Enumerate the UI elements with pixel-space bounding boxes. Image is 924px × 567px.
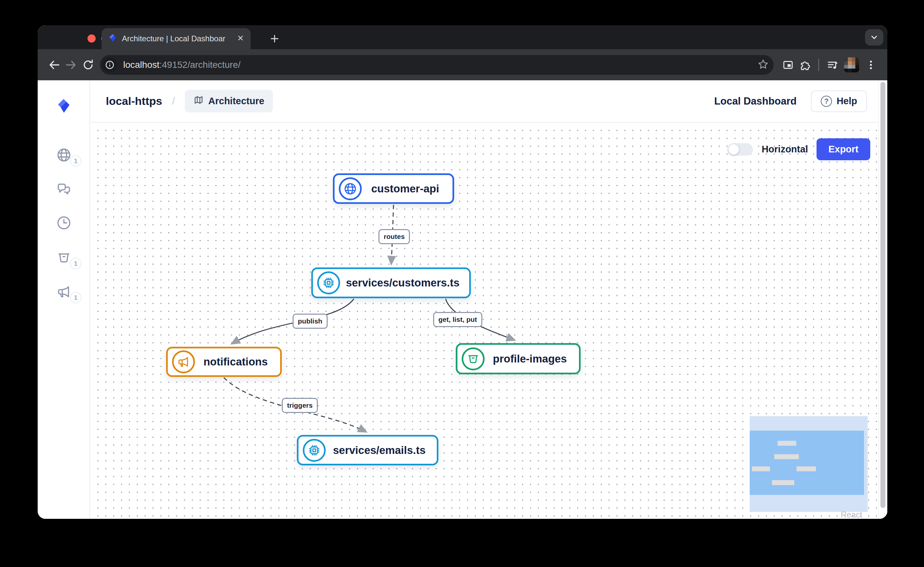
browser-toolbar: localhost:49152/architecture/: [38, 49, 887, 80]
globe-icon: [56, 158, 72, 164]
url-host: localhost: [123, 60, 160, 70]
app-logo-icon[interactable]: [55, 98, 72, 116]
horizontal-toggle[interactable]: [728, 143, 753, 156]
main-area: local-https / Architecture Local Dashboa…: [91, 80, 879, 519]
sidebar-item-announcements[interactable]: 1: [56, 284, 72, 300]
browser-tab[interactable]: Architecture | Local Dashboar: [102, 28, 250, 49]
browser-menu-icon[interactable]: [862, 56, 879, 74]
chip-icon: [317, 272, 340, 294]
edge-label-get-list-put: get, list, put: [433, 312, 482, 327]
node-label: customer-api: [362, 183, 453, 195]
clock-icon: [56, 226, 72, 232]
sidebar-item-traces[interactable]: [56, 215, 72, 231]
tab-search-chevron-button[interactable]: [865, 29, 884, 45]
node-notifications[interactable]: notifications: [166, 347, 282, 377]
map-icon: [194, 95, 204, 108]
node-label: services/emails.ts: [326, 444, 437, 456]
url-bar[interactable]: localhost:49152/architecture/: [100, 55, 774, 75]
side-panel-icon[interactable]: [780, 56, 796, 74]
horizontal-label: Horizontal: [762, 144, 808, 155]
node-services-emails[interactable]: services/emails.ts: [297, 435, 438, 465]
react-flow-attribution[interactable]: React Flow: [841, 510, 879, 519]
globe-icon: [339, 177, 362, 200]
app-logo-icon: [108, 33, 117, 44]
sidebar-item-pubsub[interactable]: [56, 181, 72, 197]
architecture-canvas[interactable]: Horizontal Export customer-api services/…: [91, 123, 879, 519]
page-content: 1 1 1: [38, 80, 887, 519]
edge-label-publish: publish: [292, 314, 328, 329]
environment-label: Local Dashboard: [714, 95, 797, 107]
help-button[interactable]: ? Help: [811, 90, 867, 112]
forward-button[interactable]: [63, 56, 80, 74]
page-scrollbar[interactable]: [879, 80, 887, 519]
node-label: services/customers.ts: [340, 277, 469, 289]
tab-strip: Architecture | Local Dashboar: [38, 25, 887, 49]
media-playlist-icon[interactable]: [824, 56, 841, 74]
help-label: Help: [837, 96, 857, 106]
question-circle-icon: ?: [821, 96, 832, 107]
node-profile-images[interactable]: profile-images: [456, 343, 580, 374]
chat-icon: [56, 192, 72, 198]
count-badge: 1: [70, 155, 82, 167]
app-sidebar: 1 1 1: [38, 80, 90, 519]
tab-title: Architecture | Local Dashboar: [122, 34, 232, 43]
minimap-node: [777, 441, 796, 446]
tab-close-icon[interactable]: [236, 34, 245, 44]
sidebar-item-storage[interactable]: 1: [56, 250, 72, 266]
export-button[interactable]: Export: [816, 138, 870, 160]
count-badge: 1: [70, 258, 82, 269]
site-info-icon[interactable]: [102, 57, 117, 72]
megaphone-icon: [56, 295, 72, 300]
back-button[interactable]: [45, 56, 63, 74]
architecture-nav-button[interactable]: Architecture: [185, 90, 273, 112]
profile-avatar[interactable]: [844, 57, 859, 72]
minimap-viewport[interactable]: [750, 430, 864, 495]
toolbar-divider: [818, 58, 819, 71]
minimap-node: [796, 466, 816, 471]
bookmark-star-icon[interactable]: [757, 58, 769, 72]
breadcrumb-separator: /: [172, 95, 175, 107]
edge-label-triggers: triggers: [282, 398, 318, 413]
architecture-label: Architecture: [208, 96, 264, 106]
minimap-node: [774, 454, 799, 459]
project-name: local-https: [106, 95, 162, 108]
canvas-controls: Horizontal Export: [728, 138, 870, 160]
edge-label-routes: routes: [378, 229, 410, 244]
reload-button[interactable]: [80, 56, 97, 74]
chip-icon: [303, 439, 326, 462]
sidebar-item-apis[interactable]: 1: [56, 147, 72, 163]
url-path: :49152/architecture/: [160, 60, 241, 70]
page-header: local-https / Architecture Local Dashboa…: [91, 80, 879, 123]
minimap-node: [752, 466, 770, 471]
node-customer-api[interactable]: customer-api: [333, 173, 454, 204]
new-tab-button[interactable]: [267, 31, 282, 46]
extensions-puzzle-icon[interactable]: [796, 56, 814, 74]
megaphone-icon: [172, 350, 195, 373]
toggle-knob: [728, 144, 739, 155]
traffic-close-button[interactable]: [87, 34, 96, 43]
browser-window: Architecture | Local Dashboar localhost:: [38, 25, 887, 519]
node-label: notifications: [195, 356, 280, 368]
count-badge: 1: [70, 292, 82, 303]
minimap-node: [772, 480, 794, 485]
bucket-icon: [462, 347, 484, 370]
node-services-customers[interactable]: services/customers.ts: [311, 267, 471, 298]
scrollbar-thumb[interactable]: [880, 82, 885, 508]
minimap[interactable]: [750, 416, 868, 512]
node-label: profile-images: [484, 352, 579, 365]
bucket-icon: [56, 261, 72, 267]
